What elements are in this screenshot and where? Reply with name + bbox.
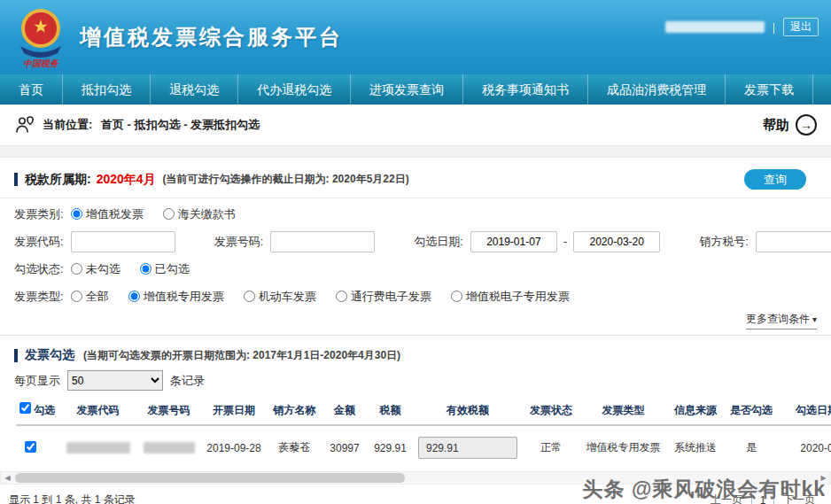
header-check-date: 勾选日期 [777,396,831,425]
radio-unchecked[interactable]: 未勾选 [71,261,120,277]
page-size-row: 每页显示 50 条记录 [0,368,831,396]
check-status-label: 勾选状态: [14,261,64,277]
invoice-category-label: 发票类别: [14,206,64,222]
header-seller-name: 销方名称 [266,396,323,425]
radio-type-vehicle[interactable]: 机动车发票 [244,289,316,305]
table-row: 2019-09-28 蒺藜苍 30997 929.91 929.91 正常 增值… [16,425,831,469]
horizontal-scrollbar[interactable]: ◀ ▶ [0,471,831,485]
header-tax: 税额 [366,396,415,425]
breadcrumb: 当前位置: 首页 - 抵扣勾选 - 发票抵扣勾选 [43,117,260,133]
nav-item-home[interactable]: 首页 [0,74,63,105]
seller-tax-no-input[interactable] [756,231,831,252]
header-separator: | [773,21,775,34]
svg-text:中国税务: 中国税务 [23,58,59,68]
type-vehicle-radio[interactable] [244,291,255,302]
chevron-down-icon: ▾ [812,314,817,324]
header-effective-tax: 有效税额 [415,396,521,425]
breadcrumb-prefix: 当前位置: [43,118,92,131]
row-source: 系统推送 [665,425,726,469]
type-toll-radio-label: 通行费电子发票 [351,289,431,305]
type-special-radio-label: 增值税专用发票 [144,289,224,305]
scroll-right-arrow-icon[interactable]: ▶ [817,472,830,484]
masked-invoice-number [144,442,195,454]
row-invoice-number [136,425,202,469]
nav-item-deduction-check[interactable]: 抵扣勾选 [63,74,151,105]
breadcrumb-path: 首页 - 抵扣勾选 - 发票抵扣勾选 [101,118,260,131]
invoice-type-label: 发票类型: [14,289,64,305]
nav-item-input-invoice-query[interactable]: 进项发票查询 [351,74,463,105]
type-special-radio[interactable] [128,291,140,302]
nav-item-agent-refund-check[interactable]: 代办退税勾选 [238,74,351,105]
section-spacer [0,146,831,158]
more-conditions-row: 更多查询条件▾ [0,310,831,335]
breadcrumb-bar: 当前位置: 首页 - 抵扣勾选 - 发票抵扣勾选 帮助 → [0,105,831,146]
nav-item-invoice-download[interactable]: 发票下载 [726,74,813,105]
type-vehicle-radio-label: 机动车发票 [259,289,316,305]
page-size-suffix: 条记录 [170,373,205,389]
row-check-cell [16,425,60,469]
row-status: 正常 [521,425,581,469]
scrollbar-thumb[interactable] [15,473,405,483]
row-effective-tax-cell: 929.91 [415,425,521,469]
masked-username [665,21,765,33]
type-e-special-radio[interactable] [451,291,462,302]
row-checkbox[interactable] [25,441,36,453]
radio-type-toll[interactable]: 通行费电子发票 [336,289,431,305]
row-type: 增值税专用发票 [581,425,665,469]
radio-type-all[interactable]: 全部 [71,289,109,305]
table-footer: 显示 1 到 1 条, 共 1 条记录 上一页 1 下一页 [0,485,831,504]
check-date-from-input[interactable] [470,231,557,252]
row-invoice-code [60,425,136,469]
nav-item-tax-notice[interactable]: 税务事项通知书 [463,74,588,105]
header-check-column: 勾选 [16,396,60,425]
radio-customs-payment[interactable]: 海关缴款书 [163,206,236,222]
prev-page-button[interactable]: 上一页 [711,492,742,504]
scroll-left-arrow-icon[interactable]: ◀ [1,472,14,484]
customs-payment-radio[interactable] [163,208,175,220]
accent-bar [14,349,18,362]
tax-period-section-header: 税款所属期: 2020年4月 (当前可进行勾选操作的截止日期为: 2020年5月… [0,158,831,198]
checked-radio[interactable] [140,263,151,275]
page-size-prefix: 每页显示 [14,373,60,389]
help-button[interactable]: 帮助 → [763,114,817,136]
radio-checked[interactable]: 已勾选 [140,261,190,277]
vat-invoice-radio[interactable] [71,208,82,220]
radio-type-e-special[interactable]: 增值税电子专用发票 [451,289,570,305]
more-conditions-link[interactable]: 更多查询条件▾ [746,312,817,330]
invoice-code-group: 发票代码: [14,231,175,252]
unchecked-radio[interactable] [71,263,82,275]
row-is-checked: 是 [726,425,777,469]
page-size-select[interactable]: 50 [67,370,163,391]
invoice-code-input[interactable] [71,231,175,252]
logout-button[interactable]: 退出 [783,18,819,36]
type-all-radio-label: 全部 [86,289,109,305]
radio-type-special[interactable]: 增值税专用发票 [128,289,224,305]
record-summary: 显示 1 到 1 条, 共 1 条记录 [9,492,136,504]
radio-vat-invoice[interactable]: 增值税发票 [71,206,144,222]
effective-tax-input[interactable]: 929.91 [418,437,517,459]
row-amount: 30997 [323,425,366,469]
nav-item-oil-tax-mgmt[interactable]: 成品油消费税管理 [588,74,726,105]
row-invoice-date: 2019-09-28 [202,425,266,469]
nav-item-enterprise-info[interactable]: 企业综合信息 [813,74,831,105]
select-all-checkbox[interactable] [19,402,31,414]
query-button[interactable]: 查询 [744,169,806,190]
type-all-radio[interactable] [71,291,82,302]
invoice-check-title: 发票勾选 [25,347,74,363]
masked-invoice-code [66,442,130,454]
help-arrow-icon: → [796,114,817,136]
check-date-to-input[interactable] [573,231,660,252]
invoice-number-label: 发票号码: [214,234,264,250]
date-range-dash: - [563,235,567,248]
main-nav: 首页 抵扣勾选 退税勾选 代办退税勾选 进项发票查询 税务事项通知书 成品油消费… [0,74,831,105]
invoice-number-group: 发票号码: [214,231,376,252]
invoice-number-input[interactable] [270,231,375,252]
nav-item-refund-check[interactable]: 退税勾选 [151,74,238,105]
page-number-button[interactable]: 1 [751,491,774,504]
more-conditions-text: 更多查询条件 [746,313,810,325]
type-toll-radio[interactable] [336,291,347,302]
next-page-button[interactable]: 下一页 [783,492,815,504]
invoice-check-header: 发票勾选 (当期可勾选发票的开票日期范围为: 2017年1月1日-2020年4月… [0,336,831,368]
header-invoice-type: 发票类型 [581,396,665,425]
table-header-row: 勾选 发票代码 发票号码 开票日期 销方名称 金额 税额 有效税额 发票状态 发… [16,396,831,425]
